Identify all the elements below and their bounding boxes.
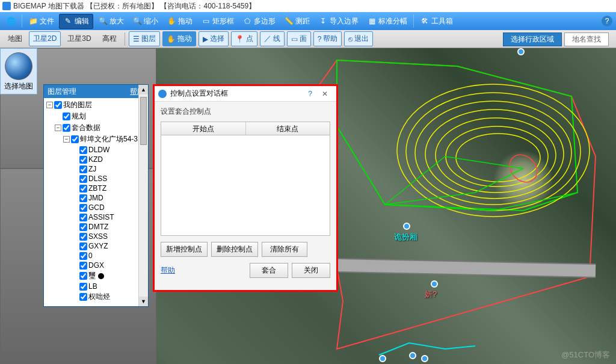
help-button[interactable]: ?帮助 bbox=[313, 31, 342, 46]
tree-item-leaf[interactable]: ASSIST bbox=[45, 212, 147, 222]
zoomout-icon: 🔍 bbox=[132, 16, 142, 26]
exit-button[interactable]: ⎋退出 bbox=[344, 31, 373, 46]
tree-item-leaf[interactable]: GXYZ bbox=[45, 241, 147, 251]
sat3d-tab[interactable]: 卫星3D bbox=[63, 31, 95, 46]
tree-item-leaf[interactable]: 璽 bbox=[45, 270, 147, 282]
tree-checkbox[interactable] bbox=[54, 101, 62, 109]
dialog-close-icon[interactable]: ✕ bbox=[317, 90, 333, 98]
tree-checkbox[interactable] bbox=[79, 204, 87, 212]
basemap-selector[interactable]: 选择地图 bbox=[0, 48, 37, 94]
clear-all-button[interactable]: 清除所有 bbox=[262, 242, 307, 257]
tree-item-leaf[interactable]: GCD bbox=[45, 203, 147, 212]
area-tool-button[interactable]: ▭面 bbox=[287, 31, 311, 46]
select-tool-button[interactable]: ▶选择 bbox=[199, 31, 229, 46]
tree-item[interactable]: −蚌埠文化广场54-3 bbox=[45, 134, 147, 145]
scroll-thumb[interactable] bbox=[140, 98, 147, 145]
tree-checkbox[interactable] bbox=[79, 175, 87, 183]
tree-checkbox[interactable] bbox=[79, 242, 87, 250]
map-marker[interactable] bbox=[403, 223, 410, 230]
dialog-help-icon[interactable]: ? bbox=[303, 90, 317, 98]
map-marker[interactable] bbox=[431, 280, 438, 288]
tree-checkbox[interactable] bbox=[63, 124, 70, 132]
map-marker[interactable] bbox=[421, 355, 428, 362]
layers-icon: ☰ bbox=[133, 35, 140, 43]
map-tab[interactable]: 地图 bbox=[4, 31, 26, 46]
tree-item-leaf[interactable]: ZJ bbox=[45, 164, 147, 174]
delete-point-button[interactable]: 删除控制点 bbox=[211, 242, 258, 257]
tree-item-root[interactable]: −我的图层 bbox=[45, 99, 147, 111]
dialog-help-link[interactable]: 帮助 bbox=[161, 265, 175, 276]
layer-tree[interactable]: −我的图层 规划 −套合数据 −蚌埠文化广场54-3 DLDWKZDZJDLSS… bbox=[44, 98, 148, 306]
collapse-icon[interactable]: − bbox=[63, 136, 70, 143]
tree-item[interactable]: −套合数据 bbox=[45, 122, 147, 134]
tree-item-leaf[interactable]: 0 bbox=[45, 251, 147, 261]
drag-tool-button[interactable]: ✋拖动 bbox=[162, 31, 196, 46]
app-menu-button[interactable]: 🌐 bbox=[2, 14, 19, 28]
collapse-icon[interactable]: − bbox=[46, 102, 53, 108]
map-marker[interactable] bbox=[409, 352, 416, 359]
basemap-label: 选择地图 bbox=[1, 81, 37, 91]
elev-tab[interactable]: 高程 bbox=[98, 31, 121, 46]
tree-item-leaf[interactable]: DGX bbox=[45, 261, 147, 270]
add-point-button[interactable]: 新增控制点 bbox=[161, 242, 208, 257]
tree-checkbox[interactable] bbox=[79, 293, 87, 301]
tree-checkbox[interactable] bbox=[79, 283, 87, 291]
layer-button[interactable]: ☰图层 bbox=[129, 31, 160, 46]
tree-item[interactable]: 规划 bbox=[45, 111, 147, 122]
tree-item-leaf[interactable]: DLSS bbox=[45, 174, 147, 184]
scroll-down-icon[interactable]: ▼ bbox=[139, 297, 148, 306]
file-button[interactable]: 📁文件 bbox=[25, 14, 58, 28]
collapse-icon[interactable]: − bbox=[55, 125, 61, 131]
help-icon[interactable]: ? bbox=[602, 16, 612, 26]
region-select[interactable]: 选择行政区域 bbox=[503, 32, 562, 46]
tree-checkbox[interactable] bbox=[79, 165, 87, 173]
tree-item-leaf[interactable]: LB bbox=[45, 282, 147, 291]
edit-button[interactable]: ✎编辑 bbox=[59, 14, 93, 29]
scrollbar[interactable]: ▲ ▼ bbox=[138, 98, 148, 306]
sat2d-tab[interactable]: 卫星2D bbox=[29, 31, 61, 46]
line-tool-button[interactable]: ／线 bbox=[260, 31, 285, 46]
dialog-title: 控制点设置对话框 bbox=[170, 88, 228, 99]
tree-checkbox[interactable] bbox=[79, 194, 87, 202]
tree-checkbox[interactable] bbox=[71, 135, 79, 143]
tree-checkbox[interactable] bbox=[79, 214, 87, 221]
drag-button[interactable]: ✋拖动 bbox=[163, 14, 196, 28]
toolbox-button[interactable]: 🛠工具箱 bbox=[416, 14, 457, 28]
dialog-titlebar[interactable]: 控制点设置对话框 ? ✕ bbox=[155, 86, 336, 102]
poly-button[interactable]: ⬠多边形 bbox=[239, 14, 279, 28]
table-header: 开始点 结束点 bbox=[161, 122, 330, 135]
tree-checkbox[interactable] bbox=[79, 252, 87, 260]
map-marker[interactable] bbox=[517, 48, 525, 55]
col-start: 开始点 bbox=[161, 122, 246, 135]
rect-button[interactable]: ▭矩形框 bbox=[197, 14, 238, 28]
fit-button[interactable]: 套合 bbox=[250, 263, 288, 278]
place-search-input[interactable]: 地名查找 bbox=[564, 32, 609, 46]
tree-item-leaf[interactable]: KZD bbox=[45, 155, 147, 164]
tree-checkbox[interactable] bbox=[79, 272, 87, 280]
tree-checkbox[interactable] bbox=[79, 233, 87, 241]
control-point-table[interactable]: 开始点 结束点 bbox=[161, 122, 330, 236]
import-button[interactable]: ↧导入边界 bbox=[315, 14, 362, 28]
tree-item-leaf[interactable]: SXSS bbox=[45, 232, 147, 241]
dialog-icon bbox=[158, 90, 167, 98]
tree-checkbox[interactable] bbox=[79, 223, 87, 231]
hand-icon: ✋ bbox=[167, 16, 176, 26]
tree-checkbox[interactable] bbox=[79, 262, 87, 270]
measure-button[interactable]: 📏测距 bbox=[280, 14, 313, 28]
map-marker[interactable] bbox=[379, 355, 386, 362]
point-tool-button[interactable]: 📍点 bbox=[231, 31, 257, 46]
tree-checkbox[interactable] bbox=[63, 113, 70, 120]
tree-checkbox[interactable] bbox=[79, 185, 87, 193]
grid-button[interactable]: ▦标准分幅 bbox=[363, 14, 411, 28]
zoomin-button[interactable]: 🔍放大 bbox=[94, 14, 128, 28]
tree-checkbox[interactable] bbox=[79, 146, 87, 154]
tree-item-leaf[interactable]: DLDW bbox=[45, 145, 147, 155]
zoomout-button[interactable]: 🔍缩小 bbox=[129, 14, 162, 28]
tree-item-leaf[interactable]: 权咄烃 bbox=[45, 291, 147, 303]
tree-item-leaf[interactable]: JMD bbox=[45, 193, 147, 203]
close-button[interactable]: 关闭 bbox=[292, 263, 330, 278]
layer-panel-header[interactable]: 图层管理 帮助 bbox=[44, 85, 148, 98]
tree-item-leaf[interactable]: DMTZ bbox=[45, 222, 147, 232]
tree-item-leaf[interactable]: ZBTZ bbox=[45, 184, 147, 193]
tree-checkbox[interactable] bbox=[79, 156, 87, 164]
